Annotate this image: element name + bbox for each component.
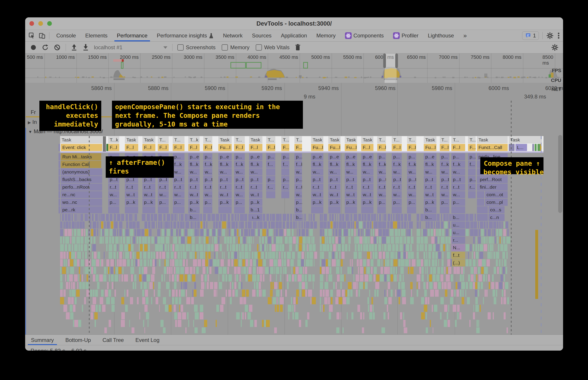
- call-frame-bar[interactable]: [158, 206, 169, 213]
- call-frame-bar[interactable]: p...t: [173, 176, 184, 183]
- function-call-bar[interactable]: F...l: [173, 144, 184, 151]
- issues-button[interactable]: 1: [522, 31, 539, 40]
- call-frame-bar[interactable]: p...k: [345, 199, 357, 206]
- call-frame-bar[interactable]: w...: [218, 168, 232, 175]
- function-call-bar[interactable]: Fu...l: [424, 144, 436, 151]
- call-frame-bar[interactable]: f...k: [203, 161, 212, 168]
- sliver-bar[interactable]: [58, 206, 60, 213]
- call-frame-bar[interactable]: r...t: [294, 184, 302, 191]
- call-frame-bar[interactable]: p...t: [440, 176, 449, 183]
- task-bar[interactable]: T...: [203, 136, 212, 143]
- function-call-bar[interactable]: Fu...l: [311, 144, 323, 151]
- call-frame-bar[interactable]: p...: [173, 199, 184, 206]
- call-frame-bar[interactable]: fl...k: [218, 161, 232, 168]
- call-frame-bar[interactable]: p...k: [311, 199, 323, 206]
- call-frame-bar[interactable]: p...e: [249, 153, 262, 160]
- call-frame-bar[interactable]: w...t: [249, 191, 262, 198]
- call-frame-bar[interactable]: p...t: [294, 176, 302, 183]
- call-frame-bar[interactable]: [281, 168, 289, 175]
- call-frame-bar[interactable]: w...t: [311, 191, 323, 198]
- call-frame-bar[interactable]: w...: [173, 168, 184, 175]
- call-frame-bar[interactable]: p...k: [361, 199, 374, 206]
- panel-settings-gear-icon[interactable]: [551, 44, 559, 51]
- call-frame-bar[interactable]: p...: [266, 176, 275, 183]
- task-bar[interactable]: T...: [407, 136, 416, 143]
- call-frame-bar[interactable]: f...k: [377, 161, 386, 168]
- more-tabs-chevron[interactable]: »: [459, 30, 472, 41]
- function-call-bar[interactable]: Fu...l: [345, 144, 357, 151]
- call-frame-bar[interactable]: w...t: [361, 191, 374, 198]
- function-call-bar[interactable]: F...l: [158, 144, 169, 151]
- call-frame-bar[interactable]: [266, 191, 275, 198]
- call-frame-bar[interactable]: [125, 206, 138, 213]
- task-bar[interactable]: Task: [249, 136, 262, 143]
- call-frame-bar[interactable]: w...: [311, 168, 323, 175]
- call-frame-bar[interactable]: f...k: [294, 161, 302, 168]
- sliver-bar[interactable]: [58, 199, 60, 206]
- capture-select[interactable]: localhost #1: [94, 44, 167, 51]
- call-frame-bar[interactable]: w...: [249, 168, 262, 175]
- details-tab-summary[interactable]: Summary: [25, 335, 60, 345]
- function-call-bar[interactable]: F...l: [203, 144, 212, 151]
- task-bar[interactable]: T...: [468, 136, 476, 143]
- function-call-bar[interactable]: F...l: [407, 144, 416, 151]
- call-frame-bar[interactable]: r...: [468, 184, 476, 191]
- sliver-bar[interactable]: [58, 144, 60, 151]
- call-frame-bar[interactable]: r...t: [218, 184, 232, 191]
- paint-sliver-bar[interactable]: [535, 144, 536, 151]
- call-frame-bar[interactable]: w...: [294, 191, 302, 198]
- call-frame-bar[interactable]: p...: [234, 153, 245, 160]
- call-frame-bar[interactable]: [345, 206, 357, 213]
- call-frame-bar[interactable]: p...t: [311, 176, 323, 183]
- call-frame-bar[interactable]: fl...k: [328, 161, 340, 168]
- load-profile-icon[interactable]: [71, 44, 77, 51]
- call-frame-bar[interactable]: u...: [451, 229, 465, 236]
- call-frame-bar[interactable]: r...t: [451, 184, 465, 191]
- call-frame-bar[interactable]: [477, 214, 488, 221]
- call-frame-bar[interactable]: Function Call: [61, 161, 101, 168]
- tab-network[interactable]: Network: [218, 30, 247, 41]
- function-call-bar[interactable]: F...l: [108, 144, 119, 151]
- sliver-bar[interactable]: [58, 153, 60, 160]
- tab-lighthouse[interactable]: Lighthouse: [423, 30, 459, 41]
- call-frame-bar[interactable]: u...: [451, 221, 465, 228]
- call-frame-bar[interactable]: f...: [281, 161, 289, 168]
- call-frame-bar[interactable]: r...t: [424, 184, 436, 191]
- call-frame-bar[interactable]: [218, 206, 232, 213]
- trash-icon[interactable]: [294, 44, 301, 51]
- paint-sliver-bar[interactable]: [532, 144, 534, 151]
- call-frame-bar[interactable]: p...: [377, 199, 386, 206]
- call-frame-bar[interactable]: b...1: [249, 206, 262, 213]
- call-frame-bar[interactable]: [203, 206, 212, 213]
- call-frame-bar[interactable]: [234, 206, 245, 213]
- tab-memory[interactable]: Memory: [312, 30, 340, 41]
- call-frame-bar[interactable]: p...k: [328, 199, 340, 206]
- call-frame-bar[interactable]: p...e: [328, 153, 340, 160]
- collapsed-triangle-icon[interactable]: ▶: [28, 120, 31, 125]
- call-frame-bar[interactable]: f...k: [234, 161, 245, 168]
- call-frame-bar[interactable]: [281, 191, 289, 198]
- device-toolbar-icon[interactable]: [38, 32, 46, 39]
- call-frame-bar[interactable]: w...: [188, 168, 200, 175]
- call-frame-bar[interactable]: [108, 206, 119, 213]
- call-frame-bar[interactable]: p...: [440, 199, 449, 206]
- call-frame-bar[interactable]: [468, 191, 476, 198]
- function-call-bar[interactable]: F...l: [125, 144, 138, 151]
- call-frame-bar[interactable]: [392, 206, 402, 213]
- call-frame-bar[interactable]: [377, 206, 386, 213]
- call-frame-bar[interactable]: p...e: [424, 153, 436, 160]
- call-frame-bar[interactable]: p...t: [392, 176, 402, 183]
- function-call-bar[interactable]: F...l: [440, 144, 449, 151]
- call-frame-bar[interactable]: p...k: [188, 199, 200, 206]
- checkbox-web-vitals[interactable]: Web Vitals: [256, 44, 289, 51]
- function-call-bar[interactable]: Funct...Call: [477, 144, 508, 151]
- call-frame-bar[interactable]: r...t: [440, 184, 449, 191]
- call-frame-bar[interactable]: p...t: [424, 176, 436, 183]
- flame-chart-panel[interactable]: 5860 ms5880 ms5900 ms5920 ms5940 ms5960 …: [25, 83, 563, 335]
- call-frame-bar[interactable]: [477, 176, 479, 183]
- call-frame-bar[interactable]: b...: [294, 214, 302, 221]
- call-frame-bar[interactable]: w...: [203, 168, 212, 175]
- checkbox-screenshots[interactable]: Screenshots: [177, 44, 215, 51]
- call-frame-bar[interactable]: p...: [451, 153, 465, 160]
- task-bar[interactable]: T...: [281, 136, 289, 143]
